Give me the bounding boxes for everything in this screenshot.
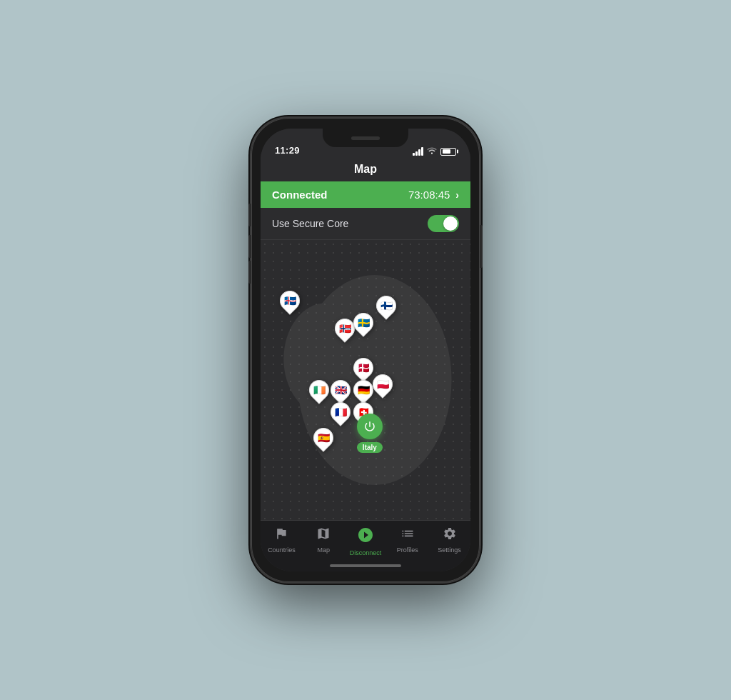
pin-poland[interactable]: 🇵🇱: [373, 374, 393, 394]
tab-profiles[interactable]: Profiles: [386, 526, 428, 554]
tab-map[interactable]: Map: [303, 526, 345, 554]
pin-finland[interactable]: 🇫🇮: [376, 296, 396, 316]
pin-uk[interactable]: 🇬🇧: [331, 380, 351, 400]
tab-disconnect[interactable]: Disconnect: [345, 526, 387, 556]
disconnect-label: Disconnect: [350, 549, 382, 556]
connection-timer: 73:08:45: [408, 189, 450, 201]
tab-settings[interactable]: Settings: [428, 526, 470, 554]
countries-icon: [274, 526, 288, 544]
pin-denmark[interactable]: 🇩🇰: [353, 358, 373, 378]
notch: [323, 129, 408, 147]
profiles-icon: [400, 526, 415, 544]
status-time: 11:29: [275, 145, 300, 156]
pin-france[interactable]: 🇫🇷: [331, 402, 351, 422]
speaker: [351, 136, 380, 140]
power-icon: [363, 420, 376, 433]
connection-status: Connected: [272, 189, 328, 201]
phone-device: 11:29 Map: [251, 118, 480, 582]
secure-core-row: Use Secure Core: [261, 208, 470, 240]
pin-sweden[interactable]: 🇸🇪: [353, 313, 373, 333]
battery-icon: [440, 148, 456, 156]
pin-iceland[interactable]: 🇮🇸: [280, 291, 300, 311]
page-title: Map: [354, 163, 377, 175]
signal-icon: [413, 147, 423, 156]
secure-core-label: Use Secure Core: [272, 218, 348, 229]
italy-label: Italy: [357, 442, 383, 453]
nav-title-bar: Map: [261, 160, 470, 181]
status-icons: [413, 147, 456, 156]
pin-spain[interactable]: 🇪🇸: [313, 428, 333, 448]
map-area: 🇮🇸 🇳🇴 🇸🇪 🇫🇮 🇩🇰 🇮🇪 🇬🇧 🇩🇪: [261, 240, 470, 520]
countries-label: Countries: [268, 546, 296, 554]
map-label: Map: [317, 546, 330, 554]
settings-icon: [443, 526, 457, 544]
connected-right: 73:08:45 ›: [408, 189, 459, 201]
pin-germany[interactable]: 🇩🇪: [353, 380, 373, 400]
profiles-label: Profiles: [397, 546, 418, 554]
toggle-thumb: [443, 216, 458, 231]
pin-ireland[interactable]: 🇮🇪: [309, 380, 329, 400]
tab-countries[interactable]: Countries: [261, 526, 303, 554]
pin-norway[interactable]: 🇳🇴: [335, 319, 355, 339]
settings-label: Settings: [438, 546, 461, 554]
phone-screen: 11:29 Map: [261, 129, 470, 571]
secure-core-toggle[interactable]: [428, 215, 459, 232]
disconnect-icon: [357, 526, 374, 547]
home-indicator: [330, 564, 401, 567]
map-icon: [316, 526, 331, 544]
pin-italy-connected[interactable]: Italy: [357, 414, 383, 453]
chevron-right-icon: ›: [455, 189, 459, 201]
connected-banner[interactable]: Connected 73:08:45 ›: [261, 181, 470, 208]
wifi-icon: [427, 147, 437, 156]
